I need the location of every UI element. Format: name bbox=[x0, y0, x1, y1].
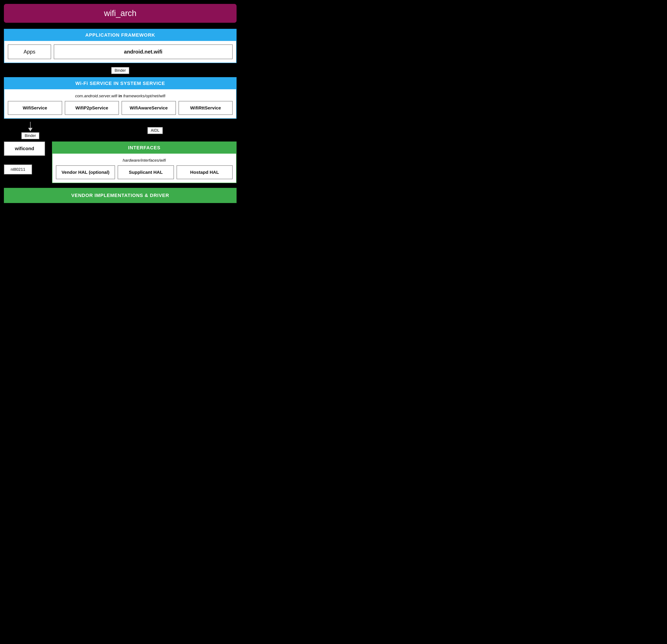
wifi-service-box: WifiService bbox=[8, 101, 62, 115]
supplicant-hal-box: Supplicant HAL bbox=[118, 165, 174, 179]
android-net-wifi-box: android.net.wifi bbox=[54, 45, 233, 59]
vendor-hal-box: Vendor HAL (optional) bbox=[56, 165, 115, 179]
wifi-service-section: Wi-Fi SERVICE IN SYSTEM SERVICE com.andr… bbox=[4, 77, 237, 119]
hostapd-hal-box: Hostapd HAL bbox=[177, 165, 233, 179]
interfaces-path: hardware/interfaces/wifi bbox=[56, 156, 233, 165]
wifi-service-header: Wi-Fi SERVICE IN SYSTEM SERVICE bbox=[4, 78, 236, 89]
vendor-bar: VENDOR IMPLEMENTATIONS & DRIVER bbox=[4, 188, 237, 203]
wificond-box: wificond bbox=[4, 142, 45, 156]
wifiaware-service-box: WifiAwareService bbox=[121, 101, 176, 115]
binder-label-bottom: Binder bbox=[21, 132, 39, 139]
wifip2p-service-box: WifiP2pService bbox=[65, 101, 119, 115]
wifirtt-service-box: WifiRttService bbox=[179, 101, 233, 115]
apps-box: Apps bbox=[8, 45, 51, 59]
binder-label-top: Binder bbox=[111, 67, 129, 74]
title-bar: wifi_arch bbox=[4, 4, 237, 23]
app-framework-section: APPLICATION FRAMEWORK Apps android.net.w… bbox=[4, 29, 237, 63]
interfaces-section: INTERFACES hardware/interfaces/wifi Vend… bbox=[52, 142, 237, 183]
nl80211-box: nl80211 bbox=[4, 164, 32, 174]
wifi-service-note: com.android.server.wifi in frameworks/op… bbox=[8, 92, 233, 101]
aidl-label: AIDL bbox=[147, 127, 163, 134]
interfaces-header: INTERFACES bbox=[52, 142, 236, 154]
app-framework-header: APPLICATION FRAMEWORK bbox=[4, 29, 236, 41]
